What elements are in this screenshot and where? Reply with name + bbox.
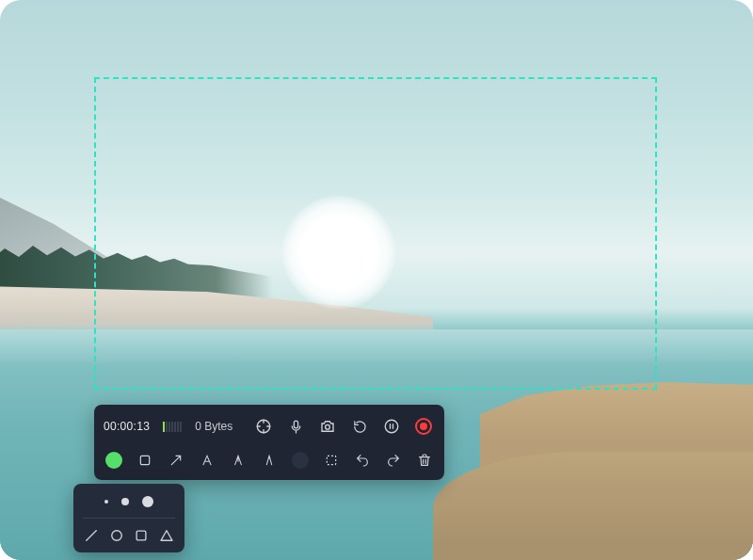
svg-rect-6 — [327, 456, 335, 464]
svg-rect-8 — [136, 531, 146, 540]
shape-fill-icon[interactable] — [289, 449, 311, 472]
desktop-wallpaper: 00:00:13 0 Bytes — [0, 0, 753, 560]
audio-level-meter — [163, 422, 182, 432]
stroke-size-row — [81, 491, 177, 512]
stroke-size-8[interactable] — [121, 498, 129, 505]
shape-row — [81, 524, 177, 547]
stroke-size-4[interactable] — [104, 500, 108, 504]
trash-icon[interactable] — [413, 449, 435, 472]
text-icon[interactable] — [197, 449, 218, 472]
redo-icon[interactable] — [382, 449, 404, 472]
svg-rect-1 — [294, 421, 297, 428]
svg-point-5 — [268, 457, 269, 458]
line-icon[interactable] — [83, 524, 101, 547]
undo-icon[interactable] — [351, 449, 373, 472]
record-icon[interactable] — [412, 415, 435, 438]
recorder-status-row: 00:00:13 0 Bytes — [104, 412, 435, 440]
svg-point-3 — [385, 420, 398, 433]
recording-timer: 00:00:13 — [104, 420, 150, 433]
marquee-icon[interactable] — [320, 449, 342, 472]
stroke-size-12[interactable] — [142, 496, 153, 507]
brush-color-icon[interactable] — [104, 449, 125, 472]
svg-point-2 — [326, 424, 330, 429]
triangle-icon[interactable] — [158, 524, 176, 547]
recording-size: 0 Bytes — [195, 420, 232, 433]
wallpaper-grass-foreground — [433, 452, 753, 560]
mic-icon[interactable] — [284, 415, 307, 438]
arrow-icon[interactable] — [166, 449, 187, 472]
cursor-icon[interactable] — [252, 415, 275, 438]
svg-point-7 — [112, 531, 122, 541]
pen-icon[interactable] — [259, 449, 280, 472]
pause-icon[interactable] — [380, 415, 403, 438]
recorder-toolbar: 00:00:13 0 Bytes — [94, 405, 444, 480]
divider — [83, 518, 175, 519]
highlighter-icon[interactable] — [228, 449, 249, 472]
circle-icon[interactable] — [108, 524, 126, 547]
refresh-icon[interactable] — [348, 415, 371, 438]
capture-region[interactable] — [94, 77, 657, 390]
annotation-tools-row — [104, 446, 435, 474]
svg-rect-4 — [141, 456, 150, 464]
camera-icon[interactable] — [316, 415, 339, 438]
shape-popup — [73, 484, 184, 552]
square-icon[interactable] — [133, 524, 151, 547]
rectangle-icon[interactable] — [135, 449, 156, 472]
